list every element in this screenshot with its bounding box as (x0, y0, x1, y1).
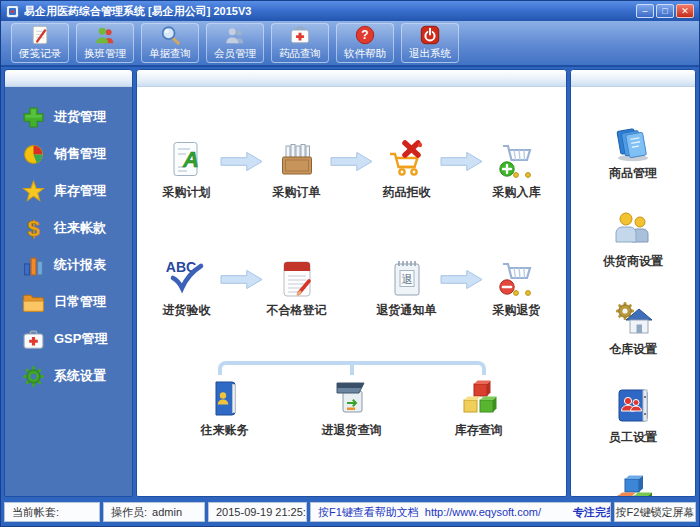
flow-item-label: 采购入库 (493, 184, 541, 201)
toolbar: 便笺记录 换班管理 单据查询 会员管理 (1, 21, 699, 67)
dollar-icon: $ (22, 217, 45, 240)
sidebar-item-label: 库存管理 (54, 182, 106, 200)
flow-item-purchase-return[interactable]: 采购退货 (484, 257, 550, 319)
status-help-cell: 按F1键查看帮助文档 http://www.eqysoft.com/ 专注完美 … (310, 502, 611, 522)
flow-item-unqualified-register[interactable]: 不合格登记 (264, 257, 330, 319)
sidebar-item-gsp-mgmt[interactable]: GSP管理 (22, 327, 132, 351)
green-plus-icon (22, 106, 45, 129)
sidebar-item-accounts[interactable]: $ 往来帐款 (22, 216, 132, 240)
sidebar-item-purchase-mgmt[interactable]: 进货管理 (22, 105, 132, 129)
folder-icon (22, 291, 45, 314)
cart-reject-icon (385, 139, 429, 183)
toolbar-button-label: 软件帮助 (344, 47, 386, 61)
flow-item-label: 药品拒收 (383, 184, 431, 201)
sidebar-item-label: GSP管理 (54, 330, 107, 348)
magnifier-icon (159, 24, 181, 46)
status-operator-cell: 操作员: admin (103, 502, 205, 522)
sidebar-item-label: 往来帐款 (54, 219, 106, 237)
toolbar-button-notes[interactable]: 便笺记录 (11, 23, 69, 63)
content-area: 进货管理 销售管理 库存管理 (1, 67, 699, 499)
minimize-button[interactable]: – (636, 4, 654, 18)
right-sidebar-header (571, 70, 695, 87)
title-bar: 易企用医药综合管理系统 [易企用公司] 2015V3 – □ ✕ (1, 1, 699, 21)
flow-item-inout-query[interactable]: 进退货查询 (309, 377, 395, 439)
left-sidebar: 进货管理 销售管理 库存管理 (4, 69, 133, 497)
bar-chart-icon (22, 254, 45, 277)
sidebar-item-reports[interactable]: 统计报表 (22, 253, 132, 277)
toolbar-button-help[interactable]: ? 软件帮助 (336, 23, 394, 63)
sidebar-item-label: 统计报表 (54, 256, 106, 274)
flow-item-label: 退货通知单 (377, 302, 437, 319)
sidebar-item-daily-mgmt[interactable]: 日常管理 (22, 290, 132, 314)
left-sidebar-header (5, 70, 132, 87)
flow-arrow-icon (440, 269, 484, 290)
help-hint-text: 按F1键查看帮助文档 (318, 505, 419, 520)
rightbar-item-label: 员工设置 (609, 429, 657, 446)
status-lock-cell: 按F2键锁定屏幕 (614, 502, 696, 522)
question-icon: ? (354, 24, 376, 46)
star-icon (22, 180, 45, 203)
return-note-icon: 退 (385, 257, 429, 301)
staff-book-icon (612, 385, 654, 427)
rightbar-item-label: 仓库设置 (609, 341, 657, 358)
toolbar-button-label: 退出系统 (409, 47, 451, 61)
flow-item-purchase-inbound[interactable]: 采购入库 (484, 139, 550, 201)
rightbar-item-change-skin[interactable]: 更换皮肤 (609, 473, 657, 497)
flow-item-purchase-plan[interactable]: A 采购计划 (154, 139, 220, 201)
rightbar-item-warehouse-settings[interactable]: 仓库设置 (609, 297, 657, 358)
notepad-pencil-icon (29, 24, 51, 46)
lock-hint-text: 按F2键锁定屏幕 (616, 505, 695, 520)
flow-item-return-notice[interactable]: 退 退货通知单 (374, 257, 440, 319)
account-label: 当前帐套: (12, 505, 59, 520)
rightbar-item-goods-mgmt[interactable]: 商品管理 (609, 121, 657, 182)
power-icon (419, 24, 441, 46)
right-sidebar: 商品管理 供货商设置 (570, 69, 696, 497)
suppliers-icon (612, 209, 654, 251)
workflow-row-query: 往来账务 进退货查询 (182, 361, 522, 439)
flow-item-purchase-order[interactable]: 采购订单 (264, 139, 330, 201)
flow-item-receiving-check[interactable]: ABC 进货验收 (154, 257, 220, 319)
toolbar-button-member-mgmt[interactable]: 会员管理 (206, 23, 264, 63)
rightbar-item-supplier-settings[interactable]: 供货商设置 (603, 209, 663, 270)
flow-item-label: 进货验收 (163, 302, 211, 319)
svg-text:A: A (182, 147, 199, 172)
datetime-value: 2015-09-19 21:25:53 (216, 506, 307, 518)
bracket-connector-stub (350, 361, 354, 375)
website-link[interactable]: http://www.eqysoft.com/ (425, 506, 541, 518)
status-account-cell: 当前帐套: (4, 502, 100, 522)
workflow-diagram: A 采购计划 采购订单 (137, 87, 566, 439)
main-panel: A 采购计划 采购订单 (136, 69, 567, 497)
flow-item-stock-query[interactable]: 库存查询 (436, 377, 522, 439)
medicine-kit-icon (289, 24, 311, 46)
rightbar-menu: 商品管理 供货商设置 (571, 87, 695, 497)
abc-check-icon: ABC (165, 257, 209, 301)
toolbar-button-drug-query[interactable]: 药品查询 (271, 23, 329, 63)
goods-stack-icon (612, 121, 654, 163)
toolbar-button-exit[interactable]: 退出系统 (401, 23, 459, 63)
close-button[interactable]: ✕ (676, 4, 694, 18)
rightbar-item-label: 供货商设置 (603, 253, 663, 270)
toolbar-button-shift-mgmt[interactable]: 换班管理 (76, 23, 134, 63)
toolbar-button-label: 换班管理 (84, 47, 126, 61)
window-controls: – □ ✕ (636, 4, 694, 18)
flow-item-label: 进退货查询 (322, 422, 382, 439)
gear-icon (22, 365, 45, 388)
sidebar-item-sales-mgmt[interactable]: 销售管理 (22, 142, 132, 166)
flow-item-accounts-book[interactable]: 往来账务 (182, 377, 268, 439)
status-bar: 当前帐套: 操作员: admin 2015-09-19 21:25:53 按F1… (1, 499, 699, 526)
sidebar-item-label: 系统设置 (54, 367, 106, 385)
toolbar-button-doc-query[interactable]: 单据查询 (141, 23, 199, 63)
maximize-button[interactable]: □ (656, 4, 674, 18)
cart-remove-icon (495, 257, 539, 301)
flow-arrow-icon (330, 151, 374, 172)
shift-people-icon (94, 24, 116, 46)
flow-arrow-icon (440, 151, 484, 172)
sidebar-item-inventory-mgmt[interactable]: 库存管理 (22, 179, 132, 203)
rightbar-item-staff-settings[interactable]: 员工设置 (609, 385, 657, 446)
svg-text:?: ? (361, 28, 368, 42)
toolbar-button-label: 便笺记录 (19, 47, 61, 61)
ledger-book-icon (203, 377, 247, 421)
flow-item-drug-reject[interactable]: 药品拒收 (374, 139, 440, 201)
flow-item-label: 往来账务 (201, 422, 249, 439)
sidebar-item-system-settings[interactable]: 系统设置 (22, 364, 132, 388)
